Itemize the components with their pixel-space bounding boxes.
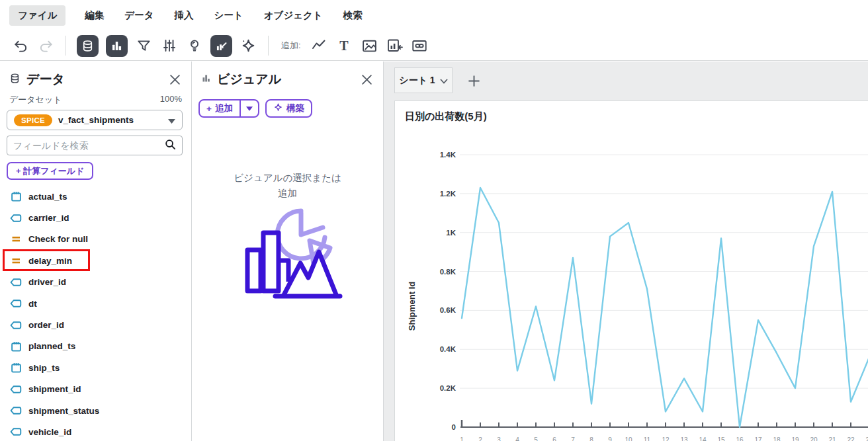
menu-item-sheet[interactable]: シート xyxy=(213,5,245,26)
edit-visuals-icon[interactable] xyxy=(210,35,232,57)
visual-panel-title: ビジュアル xyxy=(217,71,281,88)
svg-text:19: 19 xyxy=(791,436,799,441)
field-item-planned_ts[interactable]: planned_ts xyxy=(0,336,191,357)
datetime-icon xyxy=(10,362,22,373)
svg-text:17: 17 xyxy=(754,436,762,441)
menu-item-data[interactable]: データ xyxy=(123,5,155,26)
line-chart-icon[interactable] xyxy=(310,37,328,55)
insights-icon[interactable] xyxy=(185,37,203,55)
sheet-tab[interactable]: シート 1 xyxy=(394,67,453,93)
add-visual-caret[interactable] xyxy=(239,100,258,116)
svg-text:1.2K: 1.2K xyxy=(440,190,456,198)
add-label: 追加: xyxy=(281,40,301,52)
image-icon[interactable] xyxy=(361,37,378,55)
svg-text:0.8K: 0.8K xyxy=(440,268,456,276)
dataset-name: v_fact_shipments xyxy=(58,115,134,125)
dimension-icon xyxy=(10,299,22,308)
field-item-shipment_id[interactable]: shipment_id xyxy=(0,379,191,400)
sheet-canvas: シート 1 日別の出荷数(5月) 00.2K0.4K0.6K0.8K1K1.2K… xyxy=(384,61,868,441)
redo-icon[interactable] xyxy=(37,37,55,55)
line-chart-visual[interactable]: 日別の出荷数(5月) 00.2K0.4K0.6K0.8K1K1.2K1.4K12… xyxy=(394,100,868,441)
dimension-icon xyxy=(10,214,22,223)
svg-text:10: 10 xyxy=(625,436,632,441)
ai-sparkle-icon[interactable] xyxy=(239,37,257,55)
field-item-dt[interactable]: dt xyxy=(0,293,191,314)
svg-text:1: 1 xyxy=(460,436,464,441)
add-sheet-icon[interactable] xyxy=(466,73,482,89)
dataset-progress: 100% xyxy=(160,94,182,106)
svg-text:16: 16 xyxy=(736,436,744,441)
menu-item-insert[interactable]: 挿入 xyxy=(173,5,195,26)
datetime-icon xyxy=(10,191,22,202)
import-visual-icon[interactable] xyxy=(386,37,404,55)
svg-text:0.4K: 0.4K xyxy=(440,345,456,353)
menu-item-search[interactable]: 検索 xyxy=(342,5,364,26)
dimension-icon xyxy=(10,321,22,330)
svg-text:5: 5 xyxy=(534,436,538,441)
calculated-field-button[interactable]: + 計算フィールド xyxy=(7,162,93,180)
dimension-icon xyxy=(10,278,22,287)
svg-text:1.4K: 1.4K xyxy=(440,151,456,159)
line-chart[interactable]: 00.2K0.4K0.6K0.8K1K1.2K1.4K1234567891011… xyxy=(395,101,868,441)
field-label: driver_id xyxy=(28,277,66,287)
field-item-carrier_id[interactable]: carrier_id xyxy=(0,207,191,228)
visuals-icon[interactable] xyxy=(106,35,128,57)
field-item-order_id[interactable]: order_id xyxy=(0,314,191,335)
dataset-icon[interactable] xyxy=(77,35,99,57)
menu-item-edit[interactable]: 編集 xyxy=(83,5,105,26)
field-item-actual_ts[interactable]: actual_ts xyxy=(0,186,191,207)
field-item-delay_min[interactable]: delay_min xyxy=(0,250,191,271)
svg-text:9: 9 xyxy=(608,436,612,441)
field-item-check-for-null[interactable]: Check for null xyxy=(0,229,191,250)
add-visual-button[interactable]: + 追加 xyxy=(200,100,239,116)
svg-text:0.6K: 0.6K xyxy=(440,306,456,314)
field-item-ship_ts[interactable]: ship_ts xyxy=(0,357,191,378)
svg-text:14: 14 xyxy=(699,436,707,441)
undo-icon[interactable] xyxy=(12,37,30,55)
field-label: vehicle_id xyxy=(28,427,71,437)
search-icon[interactable] xyxy=(165,139,176,153)
svg-text:11: 11 xyxy=(644,436,651,441)
svg-text:7: 7 xyxy=(571,436,575,441)
svg-text:13: 13 xyxy=(680,436,688,441)
embed-icon[interactable] xyxy=(411,37,429,55)
field-item-shipment_status[interactable]: shipment_status xyxy=(0,400,191,421)
text-icon[interactable]: T xyxy=(335,37,353,55)
chevron-down-icon[interactable] xyxy=(440,75,448,87)
dataset-selector[interactable]: SPICE v_fact_shipments xyxy=(7,110,183,130)
svg-text:12: 12 xyxy=(662,436,670,441)
svg-text:T: T xyxy=(339,38,349,53)
toolbar-separator xyxy=(65,36,66,56)
svg-text:Shipment Id: Shipment Id xyxy=(407,282,417,331)
svg-text:0: 0 xyxy=(452,423,456,431)
dimension-icon xyxy=(10,385,22,394)
svg-text:8: 8 xyxy=(589,436,593,441)
field-label: delay_min xyxy=(28,256,72,266)
filter-icon[interactable] xyxy=(135,37,153,55)
database-icon xyxy=(9,73,21,87)
dimension-icon xyxy=(10,406,22,415)
field-label: dt xyxy=(28,299,37,309)
measure-icon xyxy=(10,235,22,243)
menu-item-object[interactable]: オブジェクト xyxy=(263,5,324,26)
measure-icon xyxy=(10,257,22,265)
datetime-icon xyxy=(10,341,22,352)
field-label: Check for null xyxy=(28,234,88,244)
svg-text:3: 3 xyxy=(497,436,501,441)
chevron-down-icon xyxy=(168,114,175,126)
svg-text:4: 4 xyxy=(515,436,519,441)
dimension-icon xyxy=(10,427,22,436)
field-search-input[interactable] xyxy=(13,140,165,151)
svg-text:21: 21 xyxy=(828,436,836,441)
field-item-driver_id[interactable]: driver_id xyxy=(0,272,191,293)
menu-item-file[interactable]: ファイル xyxy=(9,5,65,26)
parameters-icon[interactable] xyxy=(160,37,178,55)
field-label: planned_ts xyxy=(28,341,75,351)
build-visual-button[interactable]: 構築 xyxy=(265,99,312,118)
close-icon[interactable] xyxy=(359,72,374,87)
field-label: order_id xyxy=(28,320,64,330)
close-icon[interactable] xyxy=(167,72,182,87)
field-item-vehicle_id[interactable]: vehicle_id xyxy=(0,421,191,441)
plus-icon: + xyxy=(206,104,212,114)
sheet-tab-label: シート 1 xyxy=(399,75,435,87)
